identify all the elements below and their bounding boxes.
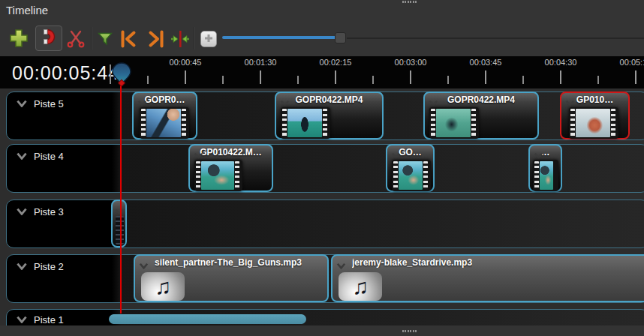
zoom-slider-track-rest[interactable] [347,38,644,39]
clip-thumbnail-image [436,109,471,137]
ruler-tick [560,70,561,84]
playhead-marker[interactable] [111,62,132,89]
ruler-tick [297,76,299,84]
music-note-icon: ♫ [155,276,171,298]
chevron-down-icon[interactable] [16,260,28,273]
snapping-toggle-button[interactable] [35,26,62,51]
sprocket-holes [611,109,615,137]
track-label: Piste 2 [34,261,64,272]
sprocket-holes [393,161,398,190]
add-track-button[interactable] [8,28,29,52]
sprocket-holes [323,109,327,137]
video-clip[interactable]: GOPR0422.MP4 [423,92,539,140]
timeline-ruler[interactable]: 00:00:05:44 00:00:45 00:01:30 00:02:15 0… [0,56,644,88]
filmstrip-thumbnail [281,107,330,139]
audio-thumbnail: ♫ [141,272,185,301]
video-clip[interactable]: … [528,144,562,192]
ruler-tick [522,76,524,84]
magnet-icon [39,27,59,50]
panel-title: Timeline [6,4,48,16]
sprocket-holes [431,109,435,137]
clip-thumbnail-image [146,109,181,137]
zoom-in-button[interactable] [200,31,217,47]
marker-funnel-icon [97,31,113,50]
next-marker-button[interactable] [145,28,167,53]
scissors-icon [66,29,86,52]
sprocket-holes [282,109,287,137]
ruler-tick [447,76,449,84]
center-playhead-button[interactable] [170,29,191,52]
chevron-down-icon[interactable] [336,259,346,272]
video-clip[interactable] [111,200,127,248]
clip-label: silent_partner-The_Big_Guns.mp3 [155,257,302,268]
clip-thumbnail-image [540,161,553,190]
clip-thumbnail-image [287,109,322,137]
video-clip[interactable]: GOPR0422.MP4 [275,92,384,140]
filmstrip-thumbnail [194,160,242,191]
ruler-tick [222,76,224,84]
audio-clip[interactable]: jeremy-blake_Stardrive.mp3 ♫ [331,254,644,302]
ruler-label: 00:01:30 [245,58,277,67]
chevron-down-icon[interactable] [139,259,149,272]
clip-thumbnail-image [576,109,610,137]
filmstrip-thumbnail [429,107,479,139]
sprocket-holes [471,109,476,137]
track-label: Piste 3 [34,206,64,218]
track-piste-1: Piste 1 [6,309,644,326]
chevron-down-icon[interactable] [16,97,28,110]
toolbar-separator [194,27,195,50]
ruler-label: 00:05:15 [620,58,644,67]
previous-marker-button[interactable] [117,28,140,53]
plus-icon [8,28,29,52]
clip-label: GOPR0422.MP4 [447,94,515,105]
zoom-plus-icon [204,32,213,46]
video-clip[interactable]: GO… [386,144,435,192]
sprocket-holes [534,161,539,190]
center-playhead-icon [170,29,191,52]
clip-thumbnail-image [399,161,423,190]
video-clip[interactable]: GOPR0… [132,92,197,140]
horizontal-scrollbar[interactable] [109,314,306,324]
filmstrip-thumbnail [533,160,558,191]
video-clip[interactable]: GP010422.M… [188,144,273,192]
clip-label: GP010… [576,94,613,105]
next-marker-icon [145,28,167,53]
splitter-handle-bottom[interactable] [402,330,417,332]
ruler-tick [485,70,486,84]
clip-label: jeremy-blake_Stardrive.mp3 [352,257,472,268]
tracks-area: Piste 5 GOPR0… GOPR0422.MP4 [0,88,644,326]
track-label: Piste 4 [34,151,64,162]
audio-clip[interactable]: silent_partner-The_Big_Guns.mp3 ♫ [134,254,329,302]
ruler-label: 00:04:30 [545,58,577,67]
filmstrip-thumbnail [140,107,189,139]
sprocket-holes [141,109,146,137]
sprocket-holes [570,109,575,137]
razor-tool-button[interactable] [66,29,86,52]
track-piste-5: Piste 5 GOPR0… GOPR0422.MP4 [6,92,644,140]
chevron-down-icon[interactable] [16,205,28,218]
ruler-label: 00:00:45 [170,58,202,67]
panel-bottom-edge [0,326,644,336]
zoom-slider-handle[interactable] [335,32,346,44]
filmstrip-thumbnail [569,107,618,139]
track-piste-3: Piste 3 [6,200,644,248]
add-marker-button[interactable] [97,31,113,50]
toolbar-separator [91,27,92,50]
track-label: Piste 1 [34,314,64,326]
music-note-icon: ♫ [352,276,369,298]
sprocket-holes [196,161,200,190]
ruler-label: 00:03:45 [470,58,502,67]
clip-label: GOPR0422.MP4 [295,94,363,105]
chevron-down-icon[interactable] [16,149,28,163]
previous-marker-icon [117,28,140,53]
filmstrip-thumbnail [392,160,431,191]
zoom-slider-track[interactable] [222,36,336,39]
splitter-handle-top[interactable] [402,1,417,3]
track-label: Piste 5 [34,98,64,110]
ruler-tick [260,70,261,84]
ruler-tick [185,70,186,84]
sprocket-holes [235,161,239,190]
ruler-label: 00:02:15 [320,58,352,67]
video-clip-selected[interactable]: GP010… [560,92,630,140]
chevron-down-icon[interactable] [16,313,28,326]
